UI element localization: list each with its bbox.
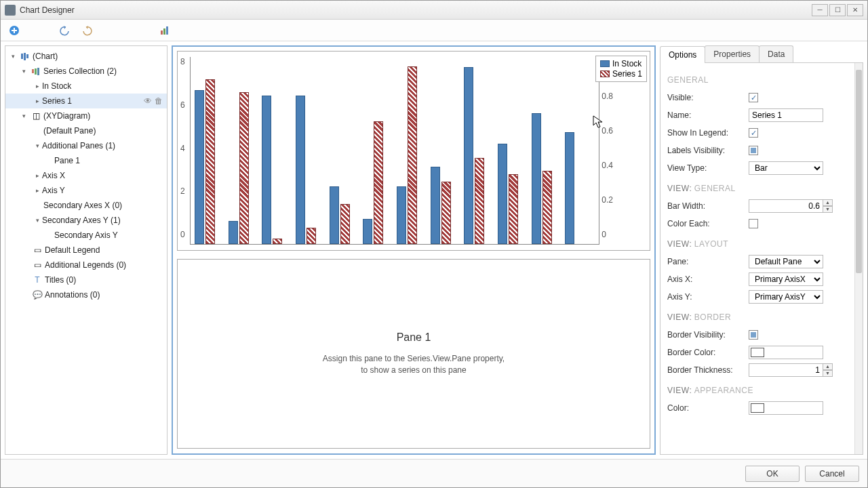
minimize-button[interactable]: ─ [812, 4, 828, 16]
undo-button[interactable] [56, 22, 73, 39]
cancel-button[interactable]: Cancel [805, 466, 859, 482]
tree-node-series-in-stock[interactable]: ▸ In Stock [5, 79, 167, 94]
tree-node-default-pane[interactable]: (Default Pane) [5, 123, 167, 138]
tree-node-sec-axes-y[interactable]: ▾ Secondary Axes Y (1) [5, 213, 167, 228]
tab-options[interactable]: Options [660, 46, 705, 63]
spin-down[interactable]: ▼ [823, 370, 833, 377]
tree-node-axis-y[interactable]: ▸ Axis Y [5, 183, 167, 198]
visible-checkbox[interactable] [749, 93, 758, 102]
tree-label: Additional Legends (0) [45, 260, 163, 270]
bar-series-1[interactable] [239, 92, 249, 244]
axis-y-select[interactable]: Primary AxisY [749, 290, 823, 304]
legend-icon: ▭ [33, 245, 42, 255]
bar-in-stock[interactable] [532, 113, 541, 244]
visible-icon[interactable]: 👁 [144, 96, 152, 106]
bar-series-1[interactable] [441, 182, 451, 244]
label-border-thickness: Border Thickness: [667, 365, 749, 375]
tree-node-titles[interactable]: T Titles (0) [5, 272, 167, 287]
spin-up[interactable]: ▲ [823, 363, 833, 370]
pane-select[interactable]: Default Pane [749, 255, 823, 268]
maximize-button[interactable]: ☐ [829, 4, 846, 16]
bar-in-stock[interactable] [262, 96, 271, 244]
labels-visibility-checkbox[interactable] [749, 146, 758, 155]
name-input[interactable] [749, 108, 823, 122]
properties-scrollbar[interactable] [854, 63, 863, 454]
chart-designer-window: Chart Designer ─ ☐ ✕ ▾ [0, 0, 868, 488]
redo-button[interactable] [79, 22, 96, 39]
bar-in-stock[interactable] [330, 186, 339, 244]
bar-series-1[interactable] [273, 239, 282, 244]
chart-plot-area [190, 57, 599, 245]
bar-series-1[interactable] [542, 171, 552, 244]
delete-icon[interactable]: 🗑 [155, 96, 163, 106]
label-name: Name: [667, 110, 749, 120]
bar-series-1[interactable] [374, 121, 383, 244]
bar-in-stock[interactable] [397, 186, 406, 244]
color-each-checkbox[interactable] [749, 219, 758, 228]
bar-group [397, 66, 427, 244]
bar-group [195, 79, 224, 244]
chart-pane-default[interactable]: 8 6 4 2 0 1 0.8 0.6 0.4 0.2 0 [177, 51, 650, 251]
bar-series-1[interactable] [205, 79, 215, 244]
bar-series-1[interactable] [509, 174, 518, 244]
tree-label: Default Legend [45, 245, 163, 255]
bar-in-stock[interactable] [296, 96, 305, 244]
bar-width-input[interactable] [749, 199, 823, 213]
label-view-type: View Type: [667, 163, 749, 173]
bar-in-stock[interactable] [565, 132, 574, 244]
tree-node-additional-panes[interactable]: ▾ Additional Panes (1) [5, 138, 167, 153]
bar-group [464, 67, 494, 244]
chart-legend[interactable]: In Stock Series 1 [595, 56, 647, 82]
tree-node-pane-1[interactable]: Pane 1 [5, 153, 167, 168]
tree-node-axis-x[interactable]: ▸ Axis X [5, 168, 167, 183]
tree-label: Annotations (0) [45, 290, 163, 300]
tree-label: In Stock [42, 81, 163, 91]
bar-in-stock[interactable] [464, 67, 473, 244]
bar-in-stock[interactable] [363, 219, 372, 244]
tree-node-chart[interactable]: ▾ (Chart) [5, 49, 167, 64]
tree-node-diagram[interactable]: ▾ ◫ (XYDiagram) [5, 108, 167, 123]
bar-in-stock[interactable] [195, 90, 204, 244]
bar-in-stock[interactable] [229, 221, 238, 244]
spin-up[interactable]: ▲ [823, 199, 833, 206]
tree-node-series-1[interactable]: ▸ Series 1 👁 🗑 [5, 94, 167, 108]
view-type-select[interactable]: Bar [749, 161, 823, 175]
spin-down[interactable]: ▼ [823, 206, 833, 213]
svg-rect-3 [166, 26, 168, 35]
border-visibility-checkbox[interactable] [749, 330, 758, 340]
pane-title: Pane 1 [397, 331, 431, 344]
chart-pane-1[interactable]: Pane 1 Assign this pane to the Series.Vi… [177, 259, 650, 449]
tree-node-sec-axis-y[interactable]: Secondary Axis Y [5, 228, 167, 243]
right-axis-ticks: 1 0.8 0.6 0.4 0.2 0 [601, 57, 613, 239]
ok-button[interactable]: OK [745, 466, 800, 482]
color-picker[interactable] [749, 401, 823, 415]
bar-in-stock[interactable] [431, 167, 440, 244]
border-color-picker[interactable] [749, 346, 823, 359]
add-button[interactable] [6, 22, 22, 39]
legend-label: In Stock [612, 59, 642, 68]
close-button[interactable]: ✕ [847, 4, 863, 16]
tab-properties[interactable]: Properties [705, 45, 760, 62]
tree-label: Series 1 [42, 96, 144, 106]
label-labels-visibility: Labels Visibility: [667, 146, 749, 155]
border-thickness-input[interactable] [749, 363, 823, 377]
tab-data[interactable]: Data [759, 45, 793, 62]
bar-in-stock[interactable] [498, 144, 507, 244]
bar-series-1[interactable] [307, 228, 316, 244]
chart-wizard-button[interactable] [157, 22, 173, 39]
tree-node-annotations[interactable]: 💬 Annotations (0) [5, 287, 167, 302]
tree-node-additional-legends[interactable]: ▭ Additional Legends (0) [5, 258, 167, 272]
bar-series-1[interactable] [475, 158, 484, 244]
bar-series-1[interactable] [408, 66, 417, 244]
pane-hint: Assign this pane to the Series.View.Pane… [323, 353, 505, 365]
tree-node-series-collection[interactable]: ▾ Series Collection (2) [5, 64, 167, 79]
tree-label: (Chart) [33, 52, 163, 61]
tree-node-sec-axes-x[interactable]: Secondary Axes X (0) [5, 198, 167, 213]
show-in-legend-checkbox[interactable] [749, 128, 758, 138]
tree-label: Additional Panes (1) [42, 141, 163, 150]
bar-series-1[interactable] [340, 204, 350, 244]
axis-x-select[interactable]: Primary AxisX [749, 272, 823, 286]
legend-label: Series 1 [612, 69, 642, 79]
tree-node-default-legend[interactable]: ▭ Default Legend [5, 243, 167, 258]
label-pane: Pane: [667, 257, 749, 266]
